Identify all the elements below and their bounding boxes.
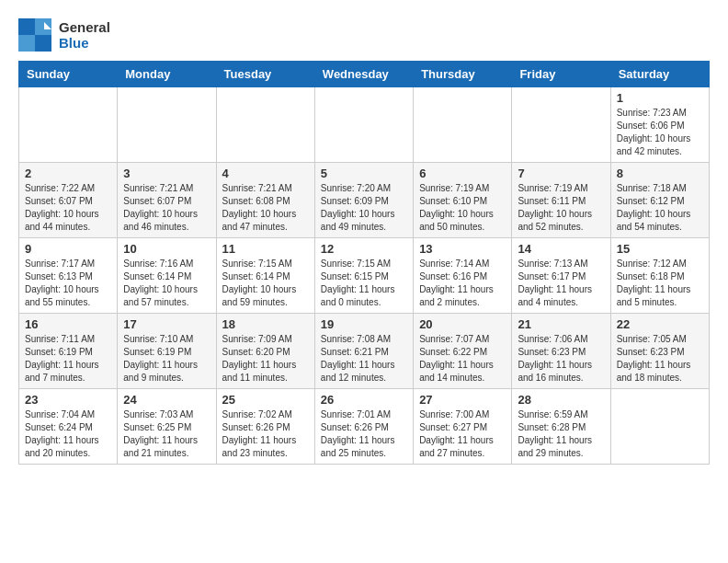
page-header: General Blue xyxy=(18,18,710,52)
day-number: 14 xyxy=(518,242,604,256)
calendar-cell: 2Sunrise: 7:22 AMSunset: 6:07 PMDaylight… xyxy=(19,163,118,238)
day-info: Sunrise: 7:13 AMSunset: 6:17 PMDaylight:… xyxy=(518,258,604,309)
day-number: 9 xyxy=(25,242,111,256)
svg-rect-0 xyxy=(18,18,35,35)
day-number: 16 xyxy=(25,317,111,331)
day-info: Sunrise: 7:12 AMSunset: 6:18 PMDaylight:… xyxy=(617,258,703,309)
logo-general-text: General xyxy=(59,19,110,35)
calendar-cell: 5Sunrise: 7:20 AMSunset: 6:09 PMDaylight… xyxy=(314,163,413,238)
calendar-cell: 4Sunrise: 7:21 AMSunset: 6:08 PMDaylight… xyxy=(216,163,314,238)
calendar-cell: 15Sunrise: 7:12 AMSunset: 6:18 PMDayligh… xyxy=(610,238,709,314)
day-number: 11 xyxy=(222,242,309,256)
day-number: 17 xyxy=(123,317,210,331)
calendar-week-0: 1Sunrise: 7:23 AMSunset: 6:06 PMDaylight… xyxy=(19,87,710,163)
calendar-cell: 1Sunrise: 7:23 AMSunset: 6:06 PMDaylight… xyxy=(610,87,709,163)
day-info: Sunrise: 7:08 AMSunset: 6:21 PMDaylight:… xyxy=(321,333,407,385)
svg-rect-3 xyxy=(35,35,51,52)
calendar-cell: 20Sunrise: 7:07 AMSunset: 6:22 PMDayligh… xyxy=(414,314,512,389)
calendar-cell xyxy=(610,389,709,465)
calendar-cell xyxy=(216,87,314,163)
day-info: Sunrise: 7:20 AMSunset: 6:09 PMDaylight:… xyxy=(321,182,407,234)
day-info: Sunrise: 7:01 AMSunset: 6:26 PMDaylight:… xyxy=(321,408,407,460)
day-info: Sunrise: 7:04 AMSunset: 6:24 PMDaylight:… xyxy=(25,408,111,460)
calendar-cell xyxy=(512,87,610,163)
day-info: Sunrise: 6:59 AMSunset: 6:28 PMDaylight:… xyxy=(518,408,604,460)
weekday-header-sunday: Sunday xyxy=(19,62,118,87)
day-number: 26 xyxy=(321,393,407,407)
calendar-cell: 14Sunrise: 7:13 AMSunset: 6:17 PMDayligh… xyxy=(512,238,610,314)
day-number: 10 xyxy=(123,242,210,256)
calendar-cell: 17Sunrise: 7:10 AMSunset: 6:19 PMDayligh… xyxy=(118,314,216,389)
day-info: Sunrise: 7:00 AMSunset: 6:27 PMDaylight:… xyxy=(419,408,506,460)
calendar-cell: 10Sunrise: 7:16 AMSunset: 6:14 PMDayligh… xyxy=(118,238,216,314)
day-number: 3 xyxy=(123,167,210,180)
day-info: Sunrise: 7:16 AMSunset: 6:14 PMDaylight:… xyxy=(123,258,210,309)
day-info: Sunrise: 7:14 AMSunset: 6:16 PMDaylight:… xyxy=(419,258,506,309)
weekday-header-wednesday: Wednesday xyxy=(314,62,413,87)
logo: General Blue xyxy=(18,18,110,52)
calendar-cell: 13Sunrise: 7:14 AMSunset: 6:16 PMDayligh… xyxy=(414,238,512,314)
calendar-cell: 11Sunrise: 7:15 AMSunset: 6:14 PMDayligh… xyxy=(216,238,314,314)
calendar-cell: 8Sunrise: 7:18 AMSunset: 6:12 PMDaylight… xyxy=(610,163,709,238)
calendar-cell xyxy=(414,87,512,163)
calendar-cell: 12Sunrise: 7:15 AMSunset: 6:15 PMDayligh… xyxy=(314,238,413,314)
calendar-cell: 6Sunrise: 7:19 AMSunset: 6:10 PMDaylight… xyxy=(414,163,512,238)
day-info: Sunrise: 7:09 AMSunset: 6:20 PMDaylight:… xyxy=(222,333,309,385)
day-number: 13 xyxy=(419,242,506,256)
calendar-cell: 3Sunrise: 7:21 AMSunset: 6:07 PMDaylight… xyxy=(118,163,216,238)
calendar-cell xyxy=(118,87,216,163)
day-number: 27 xyxy=(419,393,506,407)
day-info: Sunrise: 7:03 AMSunset: 6:25 PMDaylight:… xyxy=(123,408,210,460)
svg-rect-1 xyxy=(35,18,51,35)
calendar-cell xyxy=(314,87,413,163)
day-number: 1 xyxy=(617,91,703,105)
day-number: 8 xyxy=(617,167,703,180)
day-number: 25 xyxy=(222,393,309,407)
day-number: 12 xyxy=(321,242,407,256)
day-info: Sunrise: 7:19 AMSunset: 6:11 PMDaylight:… xyxy=(518,182,604,234)
weekday-header-thursday: Thursday xyxy=(414,62,512,87)
day-number: 6 xyxy=(419,167,506,180)
day-info: Sunrise: 7:18 AMSunset: 6:12 PMDaylight:… xyxy=(617,182,703,234)
day-number: 15 xyxy=(617,242,703,256)
weekday-header-friday: Friday xyxy=(512,62,610,87)
day-info: Sunrise: 7:11 AMSunset: 6:19 PMDaylight:… xyxy=(25,333,111,385)
day-number: 19 xyxy=(321,317,407,331)
day-number: 23 xyxy=(25,393,111,407)
calendar-week-2: 9Sunrise: 7:17 AMSunset: 6:13 PMDaylight… xyxy=(19,238,710,314)
calendar-cell: 19Sunrise: 7:08 AMSunset: 6:21 PMDayligh… xyxy=(314,314,413,389)
logo-blue-text: Blue xyxy=(59,35,110,51)
day-info: Sunrise: 7:22 AMSunset: 6:07 PMDaylight:… xyxy=(25,182,111,234)
day-info: Sunrise: 7:07 AMSunset: 6:22 PMDaylight:… xyxy=(419,333,506,385)
calendar-cell: 28Sunrise: 6:59 AMSunset: 6:28 PMDayligh… xyxy=(512,389,610,465)
weekday-header-saturday: Saturday xyxy=(610,62,709,87)
calendar-cell: 27Sunrise: 7:00 AMSunset: 6:27 PMDayligh… xyxy=(414,389,512,465)
calendar-cell: 16Sunrise: 7:11 AMSunset: 6:19 PMDayligh… xyxy=(19,314,118,389)
calendar-week-3: 16Sunrise: 7:11 AMSunset: 6:19 PMDayligh… xyxy=(19,314,710,389)
calendar-cell: 21Sunrise: 7:06 AMSunset: 6:23 PMDayligh… xyxy=(512,314,610,389)
day-number: 18 xyxy=(222,317,309,331)
weekday-header-monday: Monday xyxy=(118,62,216,87)
calendar-week-1: 2Sunrise: 7:22 AMSunset: 6:07 PMDaylight… xyxy=(19,163,710,238)
calendar-cell: 23Sunrise: 7:04 AMSunset: 6:24 PMDayligh… xyxy=(19,389,118,465)
day-info: Sunrise: 7:15 AMSunset: 6:15 PMDaylight:… xyxy=(321,258,407,309)
day-info: Sunrise: 7:06 AMSunset: 6:23 PMDaylight:… xyxy=(518,333,604,385)
day-number: 5 xyxy=(321,167,407,180)
calendar-cell: 26Sunrise: 7:01 AMSunset: 6:26 PMDayligh… xyxy=(314,389,413,465)
day-info: Sunrise: 7:15 AMSunset: 6:14 PMDaylight:… xyxy=(222,258,309,309)
calendar-week-4: 23Sunrise: 7:04 AMSunset: 6:24 PMDayligh… xyxy=(19,389,710,465)
day-info: Sunrise: 7:17 AMSunset: 6:13 PMDaylight:… xyxy=(25,258,111,309)
calendar-cell xyxy=(19,87,118,163)
day-info: Sunrise: 7:21 AMSunset: 6:07 PMDaylight:… xyxy=(123,182,210,234)
day-info: Sunrise: 7:21 AMSunset: 6:08 PMDaylight:… xyxy=(222,182,309,234)
calendar-cell: 22Sunrise: 7:05 AMSunset: 6:23 PMDayligh… xyxy=(610,314,709,389)
day-number: 4 xyxy=(222,167,309,180)
day-info: Sunrise: 7:10 AMSunset: 6:19 PMDaylight:… xyxy=(123,333,210,385)
logo-svg xyxy=(18,18,51,52)
calendar-cell: 9Sunrise: 7:17 AMSunset: 6:13 PMDaylight… xyxy=(19,238,118,314)
weekday-header-row: SundayMondayTuesdayWednesdayThursdayFrid… xyxy=(19,62,710,87)
calendar-cell: 7Sunrise: 7:19 AMSunset: 6:11 PMDaylight… xyxy=(512,163,610,238)
day-info: Sunrise: 7:05 AMSunset: 6:23 PMDaylight:… xyxy=(617,333,703,385)
day-number: 21 xyxy=(518,317,604,331)
svg-rect-2 xyxy=(18,35,35,52)
